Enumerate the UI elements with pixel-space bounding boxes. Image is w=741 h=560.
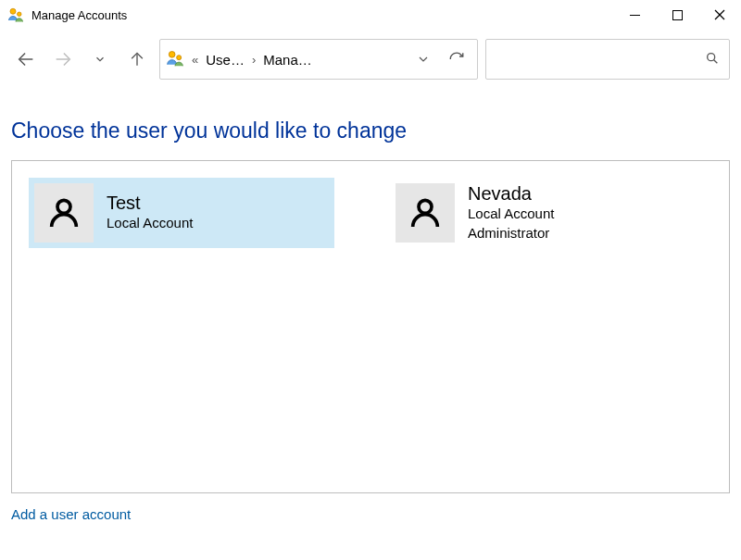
svg-point-1: [18, 12, 22, 17]
breadcrumb-sep-icon: ›: [248, 53, 259, 67]
avatar: [34, 183, 94, 243]
account-name: Test: [107, 193, 193, 214]
account-type: Local Account: [107, 214, 193, 232]
refresh-button[interactable]: [442, 40, 471, 79]
account-tile[interactable]: Nevada Local Account Administrator: [390, 178, 696, 248]
breadcrumb-overflow-icon[interactable]: «: [188, 53, 202, 67]
account-name: Nevada: [468, 183, 554, 205]
account-tile[interactable]: Test Local Account: [29, 178, 334, 248]
search-input[interactable]: [486, 40, 705, 79]
breadcrumb-icon: [166, 49, 184, 70]
svg-point-14: [419, 200, 432, 213]
breadcrumb-seg-2[interactable]: Mana…: [263, 52, 312, 68]
svg-point-0: [10, 8, 16, 14]
window-title: Manage Accounts: [31, 8, 127, 22]
content-area: Choose the user you would like to change…: [0, 80, 741, 522]
svg-point-9: [169, 51, 175, 57]
page-heading: Choose the user you would like to change: [11, 118, 730, 143]
accounts-panel: Test Local Account Nevada Local Account …: [11, 160, 730, 493]
app-icon: [7, 6, 24, 23]
search-icon[interactable]: [705, 51, 720, 68]
account-role: Administrator: [468, 224, 554, 243]
close-button[interactable]: [698, 0, 741, 30]
up-button[interactable]: [122, 44, 152, 74]
forward-button[interactable]: [48, 44, 78, 74]
navigation-row: « Use… › Mana…: [0, 30, 741, 80]
back-button[interactable]: [11, 44, 41, 74]
address-bar[interactable]: « Use… › Mana…: [159, 39, 478, 80]
recent-locations-button[interactable]: [85, 44, 115, 74]
account-type: Local Account: [468, 205, 554, 223]
add-user-link[interactable]: Add a user account: [11, 506, 730, 522]
svg-point-11: [708, 53, 715, 60]
breadcrumb-seg-1[interactable]: Use…: [206, 52, 245, 68]
svg-point-10: [177, 55, 182, 59]
svg-rect-3: [672, 10, 682, 19]
svg-point-13: [57, 200, 70, 213]
maximize-button[interactable]: [656, 0, 698, 30]
search-box[interactable]: [485, 39, 730, 80]
svg-line-12: [714, 59, 718, 63]
minimize-button[interactable]: [613, 0, 656, 30]
address-dropdown-button[interactable]: [408, 40, 438, 79]
title-bar: Manage Accounts: [0, 0, 741, 30]
avatar: [396, 183, 455, 243]
